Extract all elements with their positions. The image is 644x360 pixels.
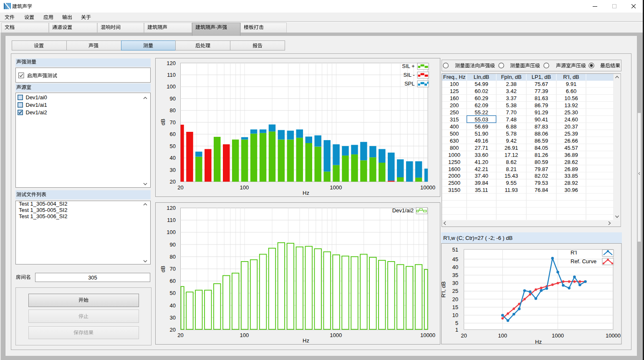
svg-text:SIL -: SIL - xyxy=(404,72,415,78)
svg-text:5.78: 5.78 xyxy=(506,130,516,136)
svg-text:R'I: R'I xyxy=(571,249,577,256)
svg-text:26.89: 26.89 xyxy=(564,166,578,172)
svg-text:10000: 10000 xyxy=(420,332,435,338)
svg-text:45: 45 xyxy=(452,256,458,262)
svg-text:LP1, dB: LP1, dB xyxy=(532,74,551,80)
svg-text:Ref. Curve: Ref. Curve xyxy=(571,258,596,264)
svg-text:81.26: 81.26 xyxy=(535,151,548,158)
svg-text:24.60: 24.60 xyxy=(564,116,578,123)
svg-text:20: 20 xyxy=(461,332,467,339)
svg-text:Freq., Hz: Freq., Hz xyxy=(443,74,465,80)
svg-text:5: 5 xyxy=(455,320,458,326)
svg-text:1000: 1000 xyxy=(552,332,564,339)
svg-text:Hz: Hz xyxy=(303,190,309,196)
svg-text:R'I, dB: R'I, dB xyxy=(563,74,579,80)
svg-text:R'I, dB: R'I, dB xyxy=(441,282,447,298)
svg-text:3.37: 3.37 xyxy=(506,95,516,101)
svg-text:26.66: 26.66 xyxy=(564,137,578,143)
svg-text:8.62: 8.62 xyxy=(506,159,516,165)
svg-text:SIL +: SIL + xyxy=(402,63,414,69)
svg-text:9.55: 9.55 xyxy=(506,180,516,186)
svg-text:110: 110 xyxy=(167,217,176,223)
svg-text:160: 160 xyxy=(450,95,459,101)
svg-text:110: 110 xyxy=(167,72,176,78)
svg-text:33.85: 33.85 xyxy=(564,173,578,179)
svg-text:50: 50 xyxy=(170,290,176,296)
svg-text:37.40: 37.40 xyxy=(475,173,488,179)
svg-text:90: 90 xyxy=(170,241,176,247)
svg-text:dB: dB xyxy=(160,119,166,126)
svg-text:91.29: 91.29 xyxy=(535,109,548,116)
svg-text:41.20: 41.20 xyxy=(475,159,488,165)
svg-text:30: 30 xyxy=(452,280,458,286)
svg-text:25.39: 25.39 xyxy=(564,130,578,136)
svg-text:84.05: 84.05 xyxy=(535,144,548,151)
svg-text:9.91: 9.91 xyxy=(566,81,576,87)
svg-text:SPL: SPL xyxy=(404,81,415,87)
svg-text:20.37: 20.37 xyxy=(564,123,578,129)
svg-text:7.48: 7.48 xyxy=(506,116,516,123)
svg-text:40: 40 xyxy=(170,302,176,308)
svg-text:1250: 1250 xyxy=(448,159,460,165)
svg-text:7.70: 7.70 xyxy=(506,109,516,116)
svg-text:49.16: 49.16 xyxy=(475,137,488,143)
svg-text:87.83: 87.83 xyxy=(535,123,548,129)
svg-text:120: 120 xyxy=(167,60,176,66)
svg-text:75.67: 75.67 xyxy=(535,81,548,87)
svg-text:30: 30 xyxy=(170,167,176,173)
svg-text:70: 70 xyxy=(170,266,176,272)
svg-text:Hz: Hz xyxy=(535,339,542,345)
svg-text:20: 20 xyxy=(177,184,183,191)
svg-text:100: 100 xyxy=(498,332,507,339)
svg-text:51.90: 51.90 xyxy=(475,130,488,136)
svg-text:51: 51 xyxy=(452,247,458,253)
svg-text:56.69: 56.69 xyxy=(475,123,488,129)
svg-text:315: 315 xyxy=(450,116,459,123)
svg-text:40: 40 xyxy=(170,155,176,161)
svg-text:60: 60 xyxy=(170,131,176,137)
svg-text:125: 125 xyxy=(450,88,459,94)
svg-text:400: 400 xyxy=(450,123,459,129)
svg-text:250: 250 xyxy=(450,109,459,116)
svg-text:35: 35 xyxy=(452,272,458,278)
svg-text:dB: dB xyxy=(160,266,166,272)
svg-text:80.59: 80.59 xyxy=(535,159,548,165)
svg-text:88.06: 88.06 xyxy=(535,130,548,136)
svg-text:100: 100 xyxy=(240,332,249,338)
svg-text:60.02: 60.02 xyxy=(475,88,488,94)
svg-text:60: 60 xyxy=(170,278,176,284)
svg-text:70: 70 xyxy=(170,119,176,126)
svg-text:55.03: 55.03 xyxy=(475,116,488,123)
svg-text:45.57: 45.57 xyxy=(564,144,578,151)
svg-text:2000: 2000 xyxy=(448,173,460,179)
svg-text:25.30: 25.30 xyxy=(564,109,578,116)
svg-text:90.41: 90.41 xyxy=(535,116,548,123)
svg-text:630: 630 xyxy=(450,137,459,143)
svg-text:6.88: 6.88 xyxy=(506,123,516,129)
svg-text:77.39: 77.39 xyxy=(535,88,548,94)
svg-text:79.87: 79.87 xyxy=(535,166,548,172)
svg-text:1600: 1600 xyxy=(448,166,460,172)
svg-text:86.79: 86.79 xyxy=(535,102,548,108)
svg-text:30: 30 xyxy=(170,314,176,320)
svg-text:1000: 1000 xyxy=(330,332,342,338)
svg-text:8.21: 8.21 xyxy=(506,166,516,172)
svg-text:80: 80 xyxy=(170,253,176,259)
svg-text:3.42: 3.42 xyxy=(506,88,516,94)
svg-text:LIn,dB: LIn,dB xyxy=(474,74,490,80)
svg-text:11.93: 11.93 xyxy=(505,187,518,193)
svg-text:1000: 1000 xyxy=(330,184,342,191)
svg-text:13.92: 13.92 xyxy=(564,102,578,108)
svg-text:100: 100 xyxy=(167,83,176,90)
svg-text:100: 100 xyxy=(240,184,249,191)
svg-text:20: 20 xyxy=(177,332,183,338)
svg-text:800: 800 xyxy=(450,144,459,151)
svg-text:90: 90 xyxy=(170,96,176,102)
svg-text:20: 20 xyxy=(170,327,176,333)
svg-text:2500: 2500 xyxy=(448,180,460,186)
svg-text:15.43: 15.43 xyxy=(505,173,518,179)
svg-text:26.91: 26.91 xyxy=(505,144,518,151)
svg-text:1: 1 xyxy=(455,327,458,333)
svg-text:40: 40 xyxy=(452,264,458,270)
svg-text:27.71: 27.71 xyxy=(475,144,488,151)
